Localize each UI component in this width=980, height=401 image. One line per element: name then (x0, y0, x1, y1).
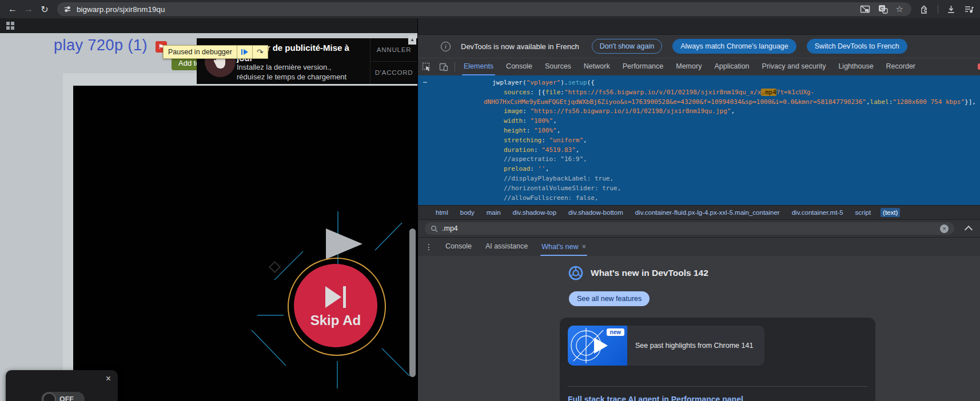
code-line: //allowFullscreen: false, (418, 194, 980, 203)
breadcrumb-item[interactable]: script (853, 208, 873, 217)
see-all-features-button[interactable]: See all new features (569, 291, 650, 306)
code-line: width: "100%", (418, 117, 980, 126)
video-thumbnail: new (568, 326, 627, 366)
code-line: dNHO7HxCsHMe9yEumFQGEtjqdWXbBj6Ziyoo&s=1… (418, 98, 980, 107)
paused-in-debugger-banner: Paused in debugger ↷ (163, 45, 268, 59)
devtools-top-gap (418, 18, 980, 34)
address-bar[interactable]: bigwarp.pro/sjxir8nm19qu G ☆ (57, 2, 911, 16)
switch-to-french-button[interactable]: Switch DevTools to French (807, 39, 907, 54)
devtools-tab[interactable]: Console (500, 58, 539, 75)
past-highlights-item[interactable]: new See past highlights from Chrome 141 (568, 326, 764, 366)
ad-accept-button[interactable]: D'ACCORD (371, 62, 417, 85)
skip-ad-label: Skip Ad (310, 312, 361, 328)
error-badge (978, 63, 980, 70)
devtools-tabbar: ElementsConsoleSourcesNetworkPerformance… (418, 58, 980, 75)
devtools-tab[interactable]: Performance (616, 58, 670, 75)
breadcrumb-item[interactable]: (text) (881, 208, 900, 217)
extensions-icon[interactable] (919, 4, 930, 14)
devtools-infobar: i DevTools is now available in French Do… (418, 34, 980, 58)
devtools-search-bar: .mp4 × (418, 219, 980, 237)
drawer-tabbar: ⋮ Console×AI assistance×What's new× (418, 237, 980, 256)
search-value: .mp4 (442, 224, 940, 232)
info-icon: i (441, 42, 451, 51)
feature-link[interactable]: Full stack trace AI agent in Performance… (568, 395, 743, 401)
code-line: //aspectratio: "16:9", (418, 155, 980, 165)
code-ellipsis-icon[interactable]: … (423, 77, 428, 85)
code-line: //horizontalVolumeSlider: true, (418, 184, 980, 194)
breadcrumb-item[interactable]: html (433, 208, 451, 217)
forward-icon[interactable]: → (21, 4, 37, 14)
back-icon[interactable]: ← (5, 4, 21, 14)
apps-grid-icon[interactable] (6, 21, 15, 30)
devtools-tab[interactable]: Application (708, 58, 755, 75)
search-input[interactable]: .mp4 × (425, 222, 954, 235)
video-player[interactable]: Skip Ad (73, 86, 417, 401)
breadcrumb-item[interactable]: div.container.mt-5 (790, 208, 846, 217)
breadcrumb-item[interactable]: main (484, 208, 503, 217)
page-scrollbar[interactable] (409, 228, 416, 377)
card-divider (568, 386, 867, 387)
dom-breadcrumbs: htmlbodymaindiv.shadow-topdiv.shadow-bot… (418, 205, 980, 219)
devtools-tab[interactable]: Network (577, 58, 616, 75)
paused-label: Paused in debugger (164, 46, 237, 58)
drawer-tab[interactable]: What's new× (535, 238, 593, 256)
code-line: stretching: "uniform", (418, 136, 980, 146)
elements-code-view[interactable]: … jwplayer("vplayer").setup({sources: [{… (418, 75, 980, 205)
translate-icon[interactable]: G (878, 5, 888, 14)
drawer-menu-icon[interactable]: ⋮ (418, 242, 439, 251)
code-line: preload: '', (418, 165, 980, 174)
skip-ad-button[interactable]: Skip Ad (294, 264, 377, 347)
url-text[interactable]: bigwarp.pro/sjxir8nm19qu (77, 5, 860, 14)
infobar-message: DevTools is now available in French (461, 42, 579, 51)
devtools-tab[interactable]: Sources (539, 58, 577, 75)
scrollbar-up-arrow[interactable]: ▲ (408, 35, 416, 45)
drawer-tab[interactable]: Console× (439, 238, 479, 256)
past-highlights-label: See past highlights from Chrome 141 (627, 326, 760, 366)
ad-popup-body: Installez la dernière version., réduisez… (237, 62, 346, 82)
whats-new-card: new See past highlights from Chrome 141 … (560, 318, 875, 401)
new-badge: new (607, 328, 624, 336)
bottom-left-popup: × OFF (6, 370, 118, 401)
pip-off-icon[interactable] (860, 5, 870, 14)
inspect-element-icon[interactable] (422, 62, 431, 71)
breadcrumb-item[interactable]: div.shadow-bottom (566, 208, 626, 217)
reload-icon[interactable]: ↻ (37, 4, 53, 15)
drawer-tab[interactable]: AI assistance× (479, 238, 535, 256)
code-line: height: "100%", (418, 126, 980, 136)
play-button-icon[interactable] (326, 228, 362, 259)
device-toolbar-icon[interactable] (439, 62, 448, 71)
whats-new-panel: What's new in DevTools 142 See all new f… (418, 256, 980, 401)
downloads-icon[interactable] (946, 5, 956, 14)
dont-show-again-button[interactable]: Don't show again (592, 39, 663, 54)
browser-toolbar: ← → ↻ bigwarp.pro/sjxir8nm19qu G ☆ (0, 0, 980, 18)
devtools-tab[interactable]: Lighthouse (832, 58, 879, 75)
breadcrumb-item[interactable]: body (458, 208, 477, 217)
close-icon[interactable]: × (106, 374, 111, 384)
resume-script-button[interactable] (237, 46, 252, 58)
media-playlist-icon[interactable] (964, 5, 974, 14)
page-title: play 720p (1) (54, 37, 148, 54)
browser-window: ← → ↻ bigwarp.pro/sjxir8nm19qu G ☆ (0, 0, 980, 401)
breadcrumb-item[interactable]: div.container-fluid.px-lg-4.px-xxl-5.mai… (633, 208, 782, 217)
devtools-tab[interactable]: Privacy and security (756, 58, 832, 75)
devtools-tab[interactable]: Recorder (880, 58, 922, 75)
code-line: //displayPlaybackLabel: true, (418, 174, 980, 184)
code-line: sources: [{file:"https://fs56.bigwarp.io… (418, 88, 980, 98)
close-tab-icon[interactable]: × (581, 242, 586, 251)
devtools-tab[interactable]: Elements (457, 58, 500, 75)
ad-decoration-lines (73, 86, 417, 401)
site-settings-icon[interactable] (63, 5, 72, 14)
off-toggle[interactable]: OFF (41, 392, 85, 401)
clear-search-icon[interactable]: × (940, 224, 949, 233)
step-over-button[interactable]: ↷ (252, 46, 268, 58)
match-language-button[interactable]: Always match Chrome's language (672, 39, 796, 54)
toggle-knob (42, 392, 56, 401)
toggle-label: OFF (59, 395, 74, 401)
code-line: jwplayer("vplayer").setup({ (418, 78, 980, 88)
chrome-devtools-logo-icon (568, 265, 584, 281)
whats-new-title: What's new in DevTools 142 (591, 268, 708, 278)
devtools-tab[interactable]: Memory (670, 58, 708, 75)
chevron-up-icon[interactable] (965, 226, 973, 234)
bookmark-star-icon[interactable]: ☆ (896, 4, 903, 14)
breadcrumb-item[interactable]: div.shadow-top (511, 208, 559, 217)
